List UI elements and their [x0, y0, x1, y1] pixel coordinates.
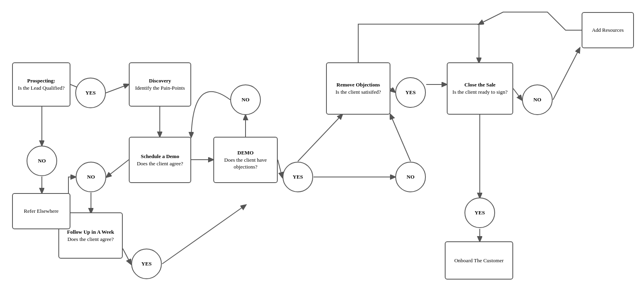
svg-line-11	[298, 115, 342, 161]
node-schedule: Schedule a Demo Does the client agree?	[129, 137, 191, 183]
svg-line-13	[390, 88, 395, 92]
node-onboard: Onboard The Customer	[445, 241, 513, 280]
node-refer: Refer Elsewhere	[12, 193, 70, 229]
node-addresources: Add Resources	[582, 12, 634, 48]
node-yes6: YES	[395, 77, 426, 108]
node-no-refer: NO	[27, 146, 57, 176]
node-yes3: YES	[131, 249, 162, 279]
node-demo: DEMO Does the client have objections?	[213, 137, 278, 183]
node-close: Close the Sale Is the client ready to si…	[447, 62, 513, 115]
svg-line-6	[123, 249, 131, 264]
flowchart: Prospecting: Is the Lead Qualified? YES …	[0, 0, 644, 288]
node-remove: Remove Objections Is the client satisife…	[326, 62, 390, 115]
node-yes9: YES	[464, 197, 495, 228]
node-discovery: Discovery Identify the Pain-Points	[129, 62, 191, 107]
node-no2: NO	[76, 162, 106, 192]
svg-line-15	[513, 88, 522, 100]
svg-line-16	[553, 48, 580, 100]
svg-line-10	[278, 160, 282, 177]
node-yes1: YES	[75, 78, 106, 108]
node-no7: NO	[395, 162, 426, 192]
node-prospecting: Prospecting: Is the Lead Qualified?	[12, 62, 70, 107]
svg-line-7	[162, 205, 246, 264]
node-yes5: YES	[283, 162, 313, 192]
svg-line-19	[390, 115, 411, 161]
svg-line-2	[106, 84, 128, 93]
node-no4: NO	[230, 84, 261, 115]
node-no8: NO	[522, 84, 553, 115]
svg-line-4	[107, 160, 129, 177]
